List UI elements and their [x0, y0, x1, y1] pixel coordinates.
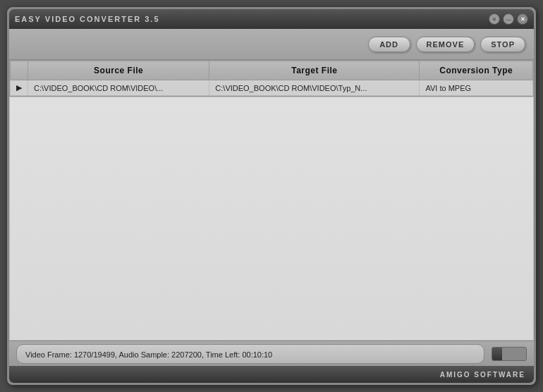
title-buttons: ≡ — ✕ [489, 13, 528, 25]
target-file-header: Target File [209, 61, 420, 80]
add-button[interactable]: ADD [368, 37, 410, 52]
target-file-cell: C:\VIDEO_BOOK\CD ROM\VIDEO\Typ_N... [209, 80, 420, 96]
progress-bar-fill [492, 348, 502, 360]
indicator-header [11, 61, 28, 80]
app-window: EASY VIDEO CONVERTER 3.5 ≡ — ✕ ADD REMOV… [7, 7, 536, 385]
table-header-row: Source File Target File Conversion Type [11, 61, 533, 80]
file-table-wrapper: Source File Target File Conversion Type … [9, 60, 534, 97]
stop-button[interactable]: STOP [480, 37, 525, 52]
empty-area [9, 97, 534, 341]
row-indicator: ▶ [11, 80, 28, 96]
conversion-type-header: Conversion Type [420, 61, 533, 80]
brand-text: AMIGO SOFTWARE [440, 371, 525, 379]
progress-bar [492, 347, 527, 361]
source-file-header: Source File [28, 61, 209, 80]
status-bar: Video Frame: 1270/19499, Audio Sample: 2… [9, 341, 534, 366]
status-text: Video Frame: 1270/19499, Audio Sample: 2… [25, 350, 272, 359]
close-button[interactable]: ✕ [517, 13, 528, 25]
main-content: Source File Target File Conversion Type … [9, 60, 534, 341]
minimize-button[interactable]: — [503, 13, 514, 25]
source-file-cell: C:\VIDEO_BOOK\CD ROM\VIDEO\... [28, 80, 209, 96]
remove-button[interactable]: REMOVE [416, 37, 475, 52]
table-row[interactable]: ▶ C:\VIDEO_BOOK\CD ROM\VIDEO\... C:\VIDE… [11, 80, 533, 96]
toolbar: ADD REMOVE STOP [9, 29, 534, 60]
app-title: EASY VIDEO CONVERTER 3.5 [15, 15, 160, 23]
conversion-type-cell: AVI to MPEG [420, 80, 533, 96]
menu-button[interactable]: ≡ [489, 13, 500, 25]
title-bar: EASY VIDEO CONVERTER 3.5 ≡ — ✕ [9, 9, 534, 29]
file-table: Source File Target File Conversion Type … [10, 61, 533, 96]
bottom-bar: AMIGO SOFTWARE [9, 366, 534, 383]
status-text-container: Video Frame: 1270/19499, Audio Sample: 2… [16, 344, 484, 364]
